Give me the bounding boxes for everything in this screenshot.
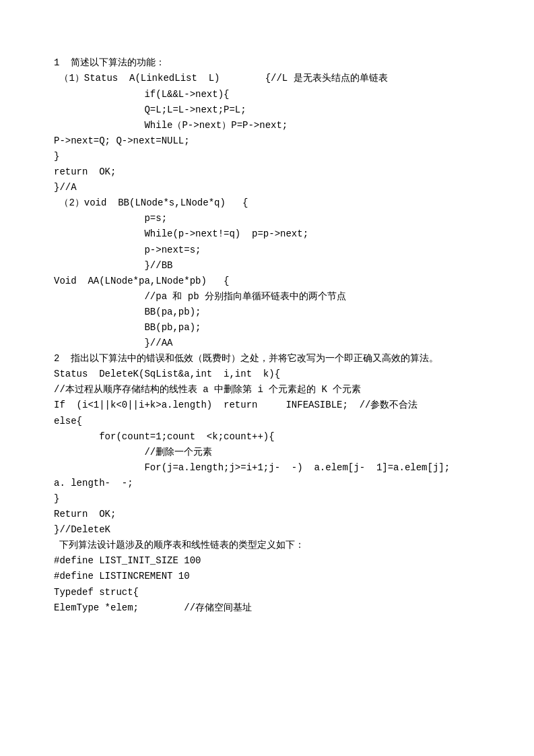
text-line: BB(pa,pb); [54,305,500,320]
text-line: }//BB [54,258,500,274]
text-line: a. length- -; [54,476,500,491]
text-line: #define LIST_INIT_SIZE 100 [54,553,500,569]
text-line: 下列算法设计题涉及的顺序表和线性链表的类型定义如下： [54,538,500,553]
text-line: 1 简述以下算法的功能： [54,55,500,71]
text-line: //删除一个元素 [54,445,500,460]
text-line: If (i<1||k<0||i+k>a.length) return INFEA… [54,398,500,413]
text-line: p=s; [54,211,500,226]
text-line: //pa 和 pb 分别指向单循环链表中的两个节点 [54,289,500,305]
text-line: ElemType *elem; //存储空间基址 [54,600,500,616]
text-line: if(L&&L->next){ [54,87,500,102]
text-line: （2）void BB(LNode*s,LNode*q) { [54,195,500,211]
text-line: p->next=s; [54,243,500,258]
text-line: for(count=1;count <k;count++){ [54,429,500,445]
text-line: #define LISTINCREMENT 10 [54,569,500,584]
text-line: }//AA [54,336,500,351]
text-line: （1）Status A(LinkedList L) {//L 是无表头结点的单链… [54,71,500,86]
text-line: Status DeleteK(SqList&a,int i,int k){ [54,367,500,382]
text-line: }//A [54,180,500,195]
text-line: While（P->next）P=P->next; [54,118,500,133]
text-line: Q=L;L=L->next;P=L; [54,102,500,118]
text-line: While(p->next!=q) p=p->next; [54,226,500,242]
text-line: Void AA(LNode*pa,LNode*pb) { [54,274,500,289]
text-line: else{ [54,414,500,429]
document-content: 1 简述以下算法的功能： （1）Status A(LinkedList L) {… [54,40,500,616]
text-line: } [54,491,500,507]
text-line: //本过程从顺序存储结构的线性表 a 中删除第 i 个元素起的 K 个元素 [54,382,500,398]
text-line: return OK; [54,164,500,180]
text-line: BB(pb,pa); [54,320,500,336]
text-line: Return OK; [54,507,500,522]
text-line: } [54,149,500,164]
text-line: }//DeleteK [54,522,500,538]
text-line: Typedef struct{ [54,585,500,600]
text-line: For(j=a.length;j>=i+1;j- -) a.elem[j- 1]… [54,460,500,476]
text-line: 2 指出以下算法中的错误和低效（既费时）之处，并将它改写为一个即正确又高效的算法… [54,351,500,367]
text-line: P->next=Q; Q->next=NULL; [54,133,500,149]
